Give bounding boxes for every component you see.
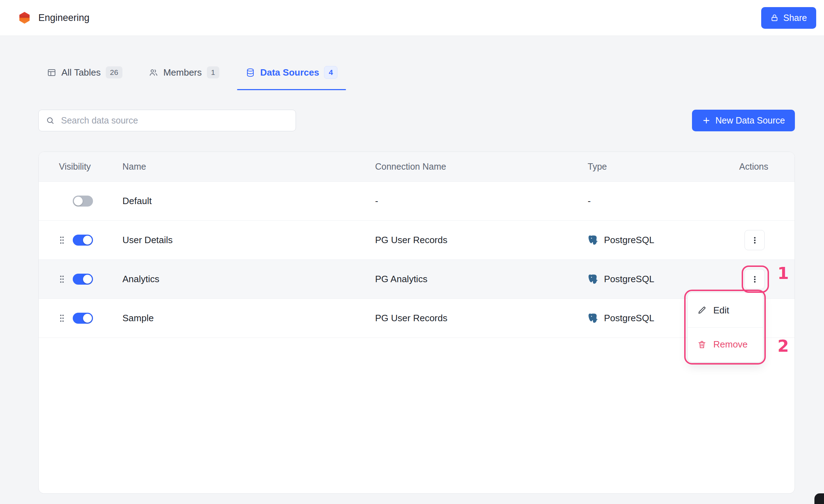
source-name: User Details bbox=[122, 235, 375, 246]
column-header-name: Name bbox=[122, 161, 375, 172]
connection-name: - bbox=[375, 196, 588, 207]
row-context-menu: Edit Remove bbox=[687, 292, 763, 362]
search-icon bbox=[46, 116, 55, 125]
search-box bbox=[38, 110, 296, 131]
source-name: Analytics bbox=[122, 274, 375, 285]
members-icon bbox=[149, 68, 158, 77]
drag-handle-icon[interactable] bbox=[59, 236, 65, 245]
data-sources-table: Visibility Name Connection Name Type Act… bbox=[38, 152, 795, 494]
tab-count-badge: 4 bbox=[324, 66, 337, 78]
column-header-connection: Connection Name bbox=[375, 161, 588, 172]
menu-item-label: Remove bbox=[713, 339, 748, 350]
annotation-number-2: 2 bbox=[778, 336, 789, 356]
tab-label: All Tables bbox=[61, 67, 101, 78]
row-actions-menu-button[interactable] bbox=[745, 269, 765, 289]
drag-handle-icon[interactable] bbox=[59, 314, 65, 323]
tab-all-tables[interactable]: All Tables 26 bbox=[38, 64, 131, 90]
menu-item-label: Edit bbox=[713, 305, 729, 316]
column-header-actions: Actions bbox=[736, 161, 795, 172]
menu-item-remove[interactable]: Remove bbox=[688, 327, 763, 361]
tab-count-badge: 1 bbox=[207, 66, 220, 78]
tab-members[interactable]: Members 1 bbox=[140, 64, 228, 90]
table-row: Sample PG User Records PostgreSQL bbox=[39, 299, 795, 338]
search-input[interactable] bbox=[60, 115, 289, 126]
trash-icon bbox=[697, 340, 707, 349]
tab-data-sources[interactable]: Data Sources 4 bbox=[237, 64, 346, 90]
new-data-source-button[interactable]: New Data Source bbox=[692, 110, 795, 131]
main-content: All Tables 26 Members 1 Da bbox=[0, 64, 824, 494]
connection-name: PG User Records bbox=[375, 313, 588, 324]
share-button-label: Share bbox=[783, 13, 807, 23]
row-actions-menu-button[interactable] bbox=[745, 230, 765, 250]
workspace-title: Engineering bbox=[38, 12, 89, 23]
tab-label: Members bbox=[163, 67, 202, 78]
column-header-visibility: Visibility bbox=[39, 161, 122, 172]
connection-name: PG User Records bbox=[375, 235, 588, 246]
help-widget-corner[interactable] bbox=[814, 493, 824, 504]
postgresql-icon bbox=[588, 274, 598, 285]
visibility-toggle[interactable] bbox=[73, 235, 93, 246]
column-header-type: Type bbox=[588, 161, 736, 172]
table-header-row: Visibility Name Connection Name Type Act… bbox=[39, 152, 795, 182]
connection-name: PG Analytics bbox=[375, 274, 588, 285]
table-row: User Details PG User Records PostgreSQL bbox=[39, 221, 795, 260]
source-type: - bbox=[588, 196, 736, 207]
table-grid-icon bbox=[47, 68, 56, 77]
tab-bar: All Tables 26 Members 1 Da bbox=[38, 64, 795, 90]
source-type: PostgreSQL bbox=[604, 235, 654, 246]
table-row: Default - - bbox=[39, 182, 795, 221]
tab-label: Data Sources bbox=[260, 67, 319, 78]
lock-icon bbox=[770, 14, 779, 22]
source-name: Default bbox=[122, 196, 375, 207]
menu-item-edit[interactable]: Edit bbox=[688, 293, 763, 327]
toolbar: New Data Source bbox=[38, 110, 795, 131]
postgresql-icon bbox=[588, 313, 598, 324]
app-header: Engineering Share bbox=[0, 0, 824, 36]
source-type: PostgreSQL bbox=[604, 313, 654, 324]
source-name: Sample bbox=[122, 313, 375, 324]
visibility-toggle[interactable] bbox=[73, 274, 93, 285]
drag-handle-icon[interactable] bbox=[59, 275, 65, 284]
pencil-icon bbox=[697, 306, 707, 315]
visibility-toggle[interactable] bbox=[73, 313, 93, 324]
table-row: Analytics PG Analytics PostgreSQL bbox=[39, 260, 795, 299]
tab-count-badge: 26 bbox=[106, 66, 122, 78]
plus-icon bbox=[702, 116, 711, 125]
visibility-toggle[interactable] bbox=[73, 196, 93, 207]
new-data-source-label: New Data Source bbox=[715, 115, 785, 126]
database-icon bbox=[246, 68, 255, 77]
postgresql-icon bbox=[588, 235, 598, 246]
source-type: PostgreSQL bbox=[604, 274, 654, 285]
workspace-logo-icon bbox=[18, 11, 31, 24]
share-button[interactable]: Share bbox=[761, 7, 816, 29]
